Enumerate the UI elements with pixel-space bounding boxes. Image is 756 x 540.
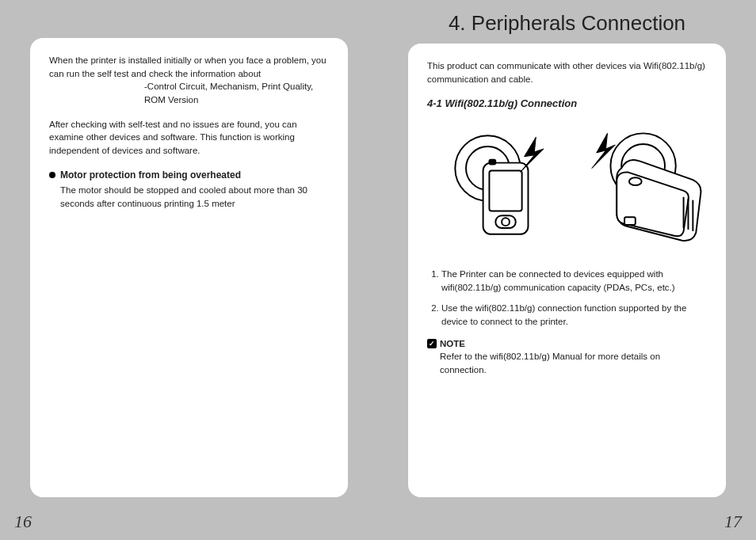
page-content-left: When the printer is installed initially … [30,38,348,497]
page-number-left: 16 [14,511,32,532]
bullet-title: Motor protection from being overheated [60,169,241,182]
instruction-list: The Printer can be connected to devices … [427,268,707,329]
list-item: The Printer can be connected to devices … [441,268,707,294]
page-number-right: 17 [724,511,742,532]
chapter-title: 4. Peripherals Connection [449,11,685,36]
manual-page-left: When the printer is installed initially … [0,0,378,540]
section-subtitle: 4-1 Wifi(802.11b/g) Connection [427,97,707,112]
note-check-icon: ✓ [427,339,437,348]
bullet-icon [49,172,55,178]
page-content-right: This product can communicate with other … [408,44,726,497]
svg-point-11 [629,177,642,185]
svg-rect-3 [489,171,521,211]
p1-text: When the printer is installed initially … [49,55,326,78]
manual-page-right: 4. Peripherals Connection This product c… [378,0,756,540]
p1-sub: -Control Circuit, Mechanism, Print Quali… [49,80,329,106]
intro-text: This product can communicate with other … [427,59,707,86]
list-item: Use the wifi(802.11b/g) connection funct… [441,302,707,328]
bullet-body: The motor should be stopped and cooled a… [49,184,329,210]
svg-rect-12 [624,217,636,225]
svg-rect-6 [489,160,495,165]
svg-point-5 [502,218,510,226]
wifi-connection-illustration [427,124,707,251]
p2-text: After checking with self-test and no iss… [49,118,329,158]
note-label: NOTE [440,337,465,351]
svg-marker-10 [592,134,615,169]
note-body: Refer to the wifi(802.11b/g) Manual for … [427,350,707,376]
